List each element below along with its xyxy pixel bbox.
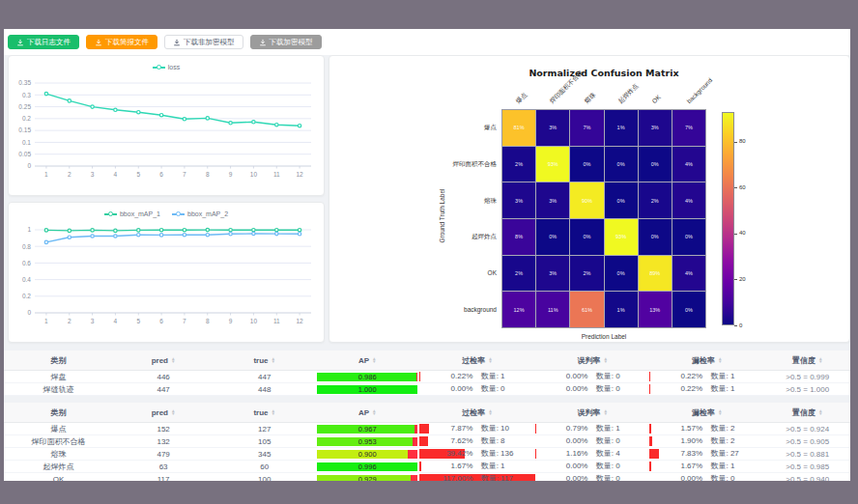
rate-percent: 0.00% (535, 473, 587, 481)
sort-icon[interactable]: ▲▼ (372, 409, 377, 416)
rate-count: 数量: 0 (481, 383, 505, 395)
column-header-over[interactable]: 过检率▲▼ (419, 403, 535, 423)
rate-count: 数量: 136 (481, 448, 514, 460)
rate-count: 数量: 8 (481, 435, 505, 447)
matrix-column-label: 爆点 (514, 90, 529, 105)
ap-cell: 0.986 (315, 371, 419, 383)
chart-legend: bbox_mAP_1bbox_mAP_2 (9, 203, 324, 222)
svg-text:6: 6 (159, 171, 163, 178)
column-header-pred[interactable]: pred▲▼ (113, 350, 214, 371)
svg-text:1: 1 (44, 171, 48, 178)
matrix-cell: 8% (502, 219, 535, 255)
metrics-table: 类别pred▲▼true▲▼AP▲▼过检率▲▼误判率▲▼漏检率▲▼置信度▲▼焊盘… (4, 350, 850, 396)
download-unencrypted-model-button[interactable]: 下载非加密模型 (164, 35, 243, 49)
matrix-cell: 3% (639, 110, 672, 146)
download-log-file-button[interactable]: 下载日志文件 (8, 35, 79, 49)
column-header-label: 过检率 (462, 407, 485, 418)
column-header-label: 类别 (51, 355, 67, 366)
column-header-ap[interactable]: AP▲▼ (315, 350, 419, 371)
column-header-true[interactable]: true▲▼ (214, 403, 315, 423)
colorbar-tick-label: 60 (739, 184, 746, 190)
matrix-column-label: background (684, 76, 713, 105)
over-rate-cell: 1.67%数量: 1 (419, 461, 535, 473)
column-header-miss[interactable]: 漏检率▲▼ (649, 350, 764, 371)
column-header-mis[interactable]: 误判率▲▼ (535, 350, 649, 371)
svg-text:0.05: 0.05 (18, 151, 31, 157)
sort-icon[interactable]: ▲▼ (272, 357, 276, 364)
class-cell: 焊缝轨迹 (4, 383, 113, 396)
rate-percent: 0.22% (649, 383, 702, 395)
confidence-cell: >0.5 = 0.999 (764, 371, 850, 383)
sort-icon[interactable]: ▲▼ (718, 409, 723, 416)
matrix-cell: 93% (536, 147, 569, 182)
ap-value: 0.900 (317, 450, 417, 459)
sort-icon[interactable]: ▲▼ (372, 357, 377, 364)
rate-count: 数量: 0 (596, 383, 620, 395)
sort-icon[interactable]: ▲▼ (718, 357, 723, 364)
rate-count: 数量: 0 (596, 473, 620, 481)
svg-text:0.3: 0.3 (22, 92, 31, 98)
ap-cell: 0.929 (315, 473, 419, 482)
svg-text:0.35: 0.35 (18, 79, 31, 86)
matrix-cell: 2% (502, 147, 535, 182)
sort-icon[interactable]: ▲▼ (818, 409, 823, 416)
sort-icon[interactable]: ▲▼ (272, 409, 276, 416)
metrics-table: 类别pred▲▼true▲▼AP▲▼过检率▲▼误判率▲▼漏检率▲▼置信度▲▼爆点… (4, 403, 850, 481)
matrix-column-label: OK (650, 93, 663, 105)
column-header-miss[interactable]: 漏检率▲▼ (649, 403, 764, 423)
column-header-pred[interactable]: pred▲▼ (113, 403, 214, 423)
legend-item-bbox_mAP_2[interactable]: bbox_mAP_2 (172, 210, 228, 217)
matrix-cell: 0% (605, 182, 638, 218)
toolbar: 下载日志文件下载简报文件下载非加密模型下载加密模型 (4, 29, 850, 55)
rate-percent: 39.42% (419, 448, 472, 460)
sort-icon[interactable]: ▲▼ (171, 357, 176, 364)
over-rate-cell: 0.22%数量: 1 (419, 371, 535, 383)
ap-value: 0.967 (317, 425, 417, 434)
svg-text:10: 10 (250, 171, 258, 178)
matrix-cell: 2% (639, 182, 672, 218)
sort-icon[interactable]: ▲▼ (488, 357, 493, 364)
legend-marker-icon (104, 210, 117, 217)
svg-text:0.15: 0.15 (18, 126, 31, 133)
header-row: 类别pred▲▼true▲▼AP▲▼过检率▲▼误判率▲▼漏检率▲▼置信度▲▼ (4, 350, 850, 371)
sort-icon[interactable]: ▲▼ (818, 357, 823, 364)
column-header-ap[interactable]: AP▲▼ (315, 403, 419, 423)
svg-text:3: 3 (91, 318, 95, 324)
matrix-row-label: 焊印面积不合格 (329, 160, 497, 169)
ap-value: 1.000 (317, 385, 417, 394)
download-icon (173, 39, 181, 46)
matrix-cell: 89% (639, 256, 672, 292)
column-header-true[interactable]: true▲▼ (214, 350, 315, 371)
rate-count: 数量: 1 (481, 461, 505, 472)
colorbar-tick-label: 40 (739, 230, 746, 236)
column-header-over[interactable]: 过检率▲▼ (419, 350, 535, 371)
table-row: 熔珠4793450.90039.42%数量: 1361.16%数量: 47.83… (4, 448, 850, 461)
sort-icon[interactable]: ▲▼ (171, 409, 176, 416)
column-header-conf[interactable]: 置信度▲▼ (764, 403, 850, 423)
matrix-cell: 90% (570, 182, 603, 218)
over-rate-cell: 117.00%数量: 117 (419, 473, 535, 482)
column-header-label: pred (152, 408, 168, 417)
matrix-cell: 0% (639, 219, 672, 255)
svg-text:1: 1 (27, 226, 31, 233)
column-header-mis[interactable]: 误判率▲▼ (535, 403, 649, 423)
download-encrypted-model-button[interactable]: 下载加密模型 (250, 35, 322, 49)
matrix-cell: 3% (536, 256, 569, 292)
download-icon (95, 39, 102, 46)
rate-percent: 0.22% (649, 371, 702, 382)
download-report-file-button[interactable]: 下载简报文件 (86, 35, 157, 49)
mis-rate-cell: 0.00%数量: 0 (535, 461, 649, 473)
legend-item-bbox_mAP_1[interactable]: bbox_mAP_1 (104, 210, 160, 217)
matrix-cell: 3% (536, 110, 569, 146)
sort-icon[interactable]: ▲▼ (488, 409, 493, 416)
svg-text:2: 2 (68, 171, 72, 178)
column-header-label: AP (358, 408, 369, 417)
sort-icon[interactable]: ▲▼ (603, 357, 608, 364)
svg-text:4: 4 (114, 318, 118, 324)
button-label: 下载加密模型 (270, 39, 313, 46)
legend-item-loss[interactable]: loss (153, 64, 180, 70)
miss-rate-cell: 0.22%数量: 1 (649, 371, 764, 383)
sort-icon[interactable]: ▲▼ (603, 409, 608, 416)
column-header-conf[interactable]: 置信度▲▼ (764, 350, 850, 371)
legend-label: bbox_mAP_1 (120, 210, 160, 217)
